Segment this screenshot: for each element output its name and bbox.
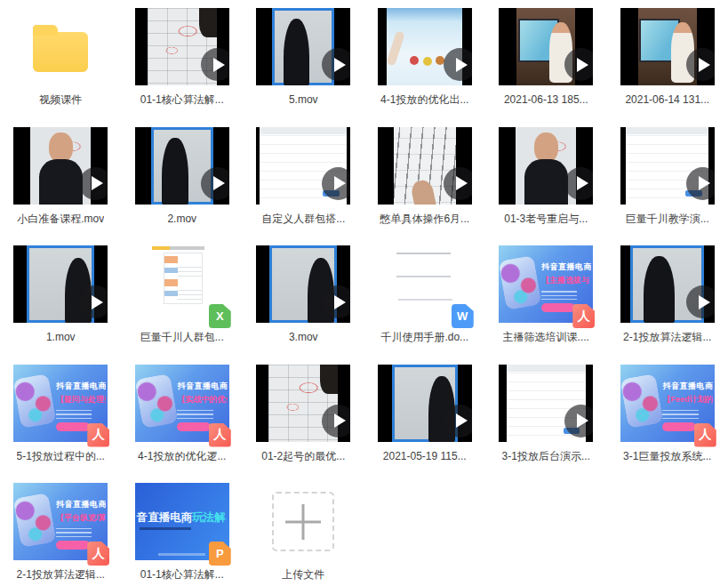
thumbnail-area	[620, 7, 715, 86]
file-item[interactable]: 抖音直播电商【平台纵览/算法人2-1投放算法逻辑...	[0, 482, 122, 586]
file-item[interactable]: 2021-05-19 115...	[364, 364, 486, 483]
file-item[interactable]: 抖音直播电商【实战中的优化人4-1投放的优化逻...	[122, 364, 244, 483]
file-item[interactable]: 01-2起号的最优...	[243, 364, 364, 483]
cover-button	[56, 541, 90, 550]
file-name: 01-2起号的最优...	[261, 449, 345, 463]
cover-detail-lines	[662, 410, 698, 419]
file-item[interactable]: 5.mov	[243, 7, 364, 126]
video-thumbnail	[13, 245, 108, 323]
video-thumbnail	[499, 365, 593, 442]
video-thumbnail	[135, 127, 229, 205]
file-name: 主播筛选培训课....	[503, 330, 589, 344]
video-thumbnail	[378, 365, 472, 442]
thumbnail-area	[499, 126, 593, 205]
cover-title: 抖音直播电商	[177, 381, 227, 392]
upload-label: 上传文件	[282, 567, 324, 582]
file-item[interactable]: X巨量千川人群包...	[122, 245, 244, 364]
file-item[interactable]: 憋单具体操作6月...	[364, 126, 486, 245]
plus-icon-box[interactable]	[272, 492, 334, 551]
play-icon	[686, 167, 715, 200]
cover-button	[662, 422, 696, 431]
cover-detail-lines	[541, 291, 577, 300]
thumbnail-area: 抖音直播电商【Feed计划的人	[620, 364, 715, 443]
play-icon	[444, 167, 472, 200]
play-icon	[322, 167, 350, 200]
file-item[interactable]: 抖音直播电商【疑问与处理突人5-1投放过程中的...	[0, 364, 122, 483]
pdf-thumbnail: 抖音直播电商【Feed计划的人	[620, 365, 715, 442]
file-item[interactable]: 2021-06-13 185...	[485, 7, 607, 126]
cover-detail-lines	[177, 410, 212, 419]
sheet-title-bar	[152, 246, 204, 250]
thumbnail-area	[378, 7, 472, 86]
file-item[interactable]: 3.mov	[243, 245, 364, 364]
file-item[interactable]: 3-1投放后台演示...	[485, 364, 607, 483]
thumbnail-area	[13, 245, 108, 324]
file-item[interactable]: 抖音直播电商【主播选拔与人主播筛选培训课....	[485, 245, 607, 364]
cover-title: 音直播电商玩法解	[135, 510, 229, 526]
file-name: 3-1投放后台演示...	[502, 449, 590, 463]
cover-title: 抖音直播电商	[541, 261, 591, 273]
thumbnail-area	[135, 7, 229, 86]
file-item[interactable]: 01-3老号重启与...	[485, 126, 607, 245]
thumbnail-area	[620, 126, 715, 205]
document-thumbnail: W	[378, 245, 472, 323]
file-name: 1.mov	[46, 330, 76, 344]
file-name: 2-1投放算法逻辑...	[623, 330, 711, 344]
file-item[interactable]: 01-1核心算法解...	[122, 7, 244, 126]
file-name: 小白准备课程.mov	[17, 212, 104, 226]
file-item[interactable]: 2-1投放算法逻辑...	[607, 245, 728, 364]
folder-item[interactable]: 视频课件	[0, 7, 122, 126]
file-name: 2021-06-14 131...	[625, 92, 709, 107]
file-item[interactable]: 小白准备课程.mov	[0, 126, 122, 245]
file-item[interactable]: 巨量千川教学演...	[607, 126, 728, 245]
video-thumbnail	[256, 365, 350, 442]
file-item[interactable]: W千川使用手册.do...	[364, 245, 486, 364]
file-name: 5.mov	[289, 92, 318, 107]
cover-button	[541, 303, 575, 312]
play-icon	[444, 405, 472, 437]
thumbnail-area	[378, 364, 472, 443]
thumbnail-area: 抖音直播电商【平台纵览/算法人	[13, 482, 108, 561]
file-item[interactable]: 抖音直播电商【Feed计划的人3-1巨量投放系统...	[607, 364, 728, 483]
file-item[interactable]: 1.mov	[0, 245, 122, 364]
file-name: 3.mov	[289, 330, 318, 344]
cover-illustration	[620, 373, 664, 429]
play-icon	[79, 167, 108, 200]
thumbnail-area	[256, 245, 350, 324]
video-thumbnail	[135, 8, 229, 85]
file-name: 2021-05-19 115...	[383, 449, 467, 463]
file-item[interactable]: 4-1投放的优化出...	[364, 7, 486, 126]
cover-illustration	[499, 255, 542, 310]
file-item[interactable]: 音直播电商玩法解P01-1核心算法解...	[122, 482, 244, 586]
ppt-thumbnail: 音直播电商玩法解P	[135, 483, 229, 560]
thumbnail-area	[256, 482, 350, 561]
file-name: 2.mov	[167, 212, 196, 226]
file-name: 5-1投放过程中的...	[17, 449, 105, 463]
file-item[interactable]: 自定义人群包搭...	[243, 126, 364, 245]
upload-button[interactable]: 上传文件	[243, 482, 364, 586]
file-name: 01-1核心算法解...	[140, 92, 224, 107]
pdf-thumbnail: 抖音直播电商【平台纵览/算法人	[13, 483, 108, 560]
file-name: 3-1巨量投放系统...	[623, 449, 711, 463]
file-item[interactable]: 2.mov	[122, 126, 244, 245]
pdf-thumbnail: 抖音直播电商【主播选拔与人	[499, 245, 593, 323]
cover-subtitle: 【主播选拔与	[541, 275, 591, 286]
file-name: 巨量千川教学演...	[626, 212, 709, 226]
video-thumbnail	[499, 8, 593, 85]
play-icon	[201, 167, 229, 200]
file-item[interactable]: 2021-06-14 131...	[607, 7, 728, 126]
cover-button	[177, 422, 211, 431]
file-name: 巨量千川人群包...	[140, 330, 224, 344]
video-thumbnail	[620, 245, 715, 323]
cover-subtitle-line	[140, 527, 191, 530]
file-name: 4-1投放的优化出...	[380, 92, 468, 107]
thumbnail-area	[135, 126, 229, 205]
video-thumbnail	[256, 8, 350, 85]
cover-title-white: 音直播电商	[137, 511, 193, 524]
thumbnail-area	[620, 245, 715, 324]
video-thumbnail	[620, 8, 715, 85]
thumbnail-area: 抖音直播电商【主播选拔与人	[499, 245, 593, 324]
word-badge: W	[452, 304, 474, 328]
folder-icon	[33, 32, 88, 72]
play-icon	[564, 167, 593, 200]
